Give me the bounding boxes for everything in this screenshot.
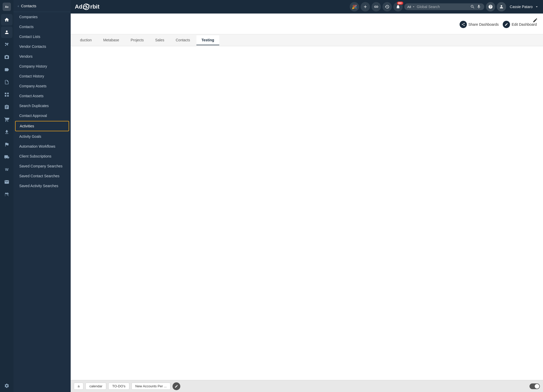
bottom-tab-todos[interactable]: TO-DO's xyxy=(108,383,129,390)
sidebar-item-company-assets[interactable]: Company Assets xyxy=(15,81,69,91)
nav-icon-document[interactable] xyxy=(1,76,12,88)
sidebar-item-activity-goals[interactable]: Activity Goals xyxy=(15,132,69,141)
tabs-bar: duction Metabase Projects Sales Contacts… xyxy=(71,34,543,46)
help-icon-btn[interactable] xyxy=(486,2,495,11)
global-search-input[interactable] xyxy=(417,5,469,9)
bottom-edit-btn[interactable] xyxy=(173,382,180,390)
sidebar-item-vendors[interactable]: Vendors xyxy=(15,52,69,61)
nav-icon-flag[interactable] xyxy=(1,139,12,150)
nav-icon-grid[interactable] xyxy=(1,89,12,100)
logo-text-ad: Ad xyxy=(75,3,82,10)
sidebar-item-contact-assets[interactable]: Contact Assets xyxy=(15,91,69,101)
nav-icon-camera[interactable] xyxy=(1,51,12,63)
content-header-actions: Share Dashboards Edit Dashboard xyxy=(460,20,537,28)
sidebar-item-companies[interactable]: Companies xyxy=(15,12,69,22)
main-area: Ad rbit 🎉 xyxy=(71,0,543,392)
link-icon-btn[interactable] xyxy=(372,2,381,11)
tab-production[interactable]: duction xyxy=(75,35,97,45)
nav-icon-settings[interactable] xyxy=(1,380,12,391)
tab-sales[interactable]: Sales xyxy=(150,35,169,45)
nav-icon-cart[interactable] xyxy=(1,114,12,125)
global-search-container[interactable]: All xyxy=(404,3,484,10)
nav-icon-flow[interactable] xyxy=(1,189,12,200)
share-icon-circle xyxy=(460,21,467,28)
user-name-area[interactable]: Cassie Pataro xyxy=(510,5,539,9)
logo-orbit-icon xyxy=(83,3,90,10)
share-dashboards-btn[interactable]: Share Dashboards xyxy=(460,21,499,28)
sidebar-logo-mini: Ao xyxy=(3,3,11,11)
nav-icon-home[interactable] xyxy=(1,14,12,25)
tab-testing[interactable]: Testing xyxy=(196,35,220,45)
sidebar-item-company-history[interactable]: Company History xyxy=(15,62,69,71)
user-name: Cassie Pataro xyxy=(510,5,533,9)
top-header: Ad rbit 🎉 xyxy=(71,0,543,14)
edit-icon-circle xyxy=(503,21,510,28)
search-filter-dropdown[interactable]: All xyxy=(407,5,415,9)
sidebar-header[interactable]: ‹ Contacts xyxy=(14,0,71,12)
dashboard-actions: Share Dashboards Edit Dashboard xyxy=(460,21,537,28)
logo-area: Ao xyxy=(0,0,14,14)
sidebar-item-contacts[interactable]: Contacts xyxy=(15,22,69,31)
header-icons: 🎉 99+ All xyxy=(350,2,539,11)
nav-icon-word[interactable]: W xyxy=(1,164,12,175)
back-arrow-icon[interactable]: ‹ xyxy=(18,4,19,8)
add-icon-btn[interactable] xyxy=(361,2,370,11)
bottom-bar: a calendar TO-DO's New Accounts Per ... xyxy=(71,380,543,392)
user-avatar-btn[interactable] xyxy=(497,2,506,11)
bottom-tab-calendar[interactable]: calendar xyxy=(85,383,106,390)
nav-icon-tag[interactable] xyxy=(1,64,12,75)
icon-sidebar: Ao W xyxy=(0,0,14,392)
history-icon-btn[interactable] xyxy=(382,2,392,11)
main-content-area xyxy=(71,46,543,380)
bottom-tab-new-accounts[interactable]: New Accounts Per ... xyxy=(131,383,171,390)
nav-icon-truck[interactable] xyxy=(1,151,12,163)
secondary-sidebar: ‹ Contacts Companies Contacts Contact Li… xyxy=(14,0,71,392)
logo-text-rbit: rbit xyxy=(90,3,99,10)
nav-icon-download[interactable] xyxy=(1,126,12,138)
microphone-icon[interactable] xyxy=(476,4,481,9)
sidebar-item-contact-history[interactable]: Contact History xyxy=(15,71,69,81)
sidebar-item-contact-lists[interactable]: Contact Lists xyxy=(15,32,69,41)
bottom-toggle[interactable] xyxy=(529,383,540,389)
nav-icon-handshake[interactable] xyxy=(1,39,12,50)
bottom-tab-a[interactable]: a xyxy=(74,383,83,390)
edit-dashboard-btn[interactable]: Edit Dashboard xyxy=(503,21,537,28)
svg-point-2 xyxy=(85,6,87,8)
sidebar-section-title: Contacts xyxy=(21,4,36,8)
sidebar-item-vendor-contacts[interactable]: Vendor Contacts xyxy=(15,42,69,51)
app-logo: Ad rbit xyxy=(75,3,100,10)
nav-icon-contacts[interactable] xyxy=(1,27,12,38)
sidebar-item-saved-contact-searches[interactable]: Saved Contact Searches xyxy=(15,171,69,181)
sidebar-item-saved-company-searches[interactable]: Saved Company Searches xyxy=(15,161,69,171)
sidebar-item-activities[interactable]: Activities xyxy=(15,121,69,131)
tab-metabase[interactable]: Metabase xyxy=(98,35,124,45)
pencil-icon xyxy=(533,18,538,23)
search-icon xyxy=(470,4,475,9)
sidebar-item-contact-approval[interactable]: Contact Approval xyxy=(15,111,69,120)
content-header: Share Dashboards Edit Dashboard xyxy=(71,14,543,34)
nav-icon-clipboard[interactable] xyxy=(1,101,12,113)
edit-pencil-btn[interactable] xyxy=(533,18,538,23)
tab-projects[interactable]: Projects xyxy=(125,35,149,45)
celebrate-icon-btn[interactable]: 🎉 xyxy=(350,2,359,11)
user-dropdown-icon xyxy=(535,5,539,9)
notifications-icon-btn[interactable]: 99+ xyxy=(393,2,403,11)
tab-contacts[interactable]: Contacts xyxy=(170,35,195,45)
bottom-pencil-icon xyxy=(175,384,178,388)
sidebar-item-saved-activity-searches[interactable]: Saved Activity Searches xyxy=(15,181,69,191)
sidebar-item-automation-workflows[interactable]: Automation Workflows xyxy=(15,142,69,151)
nav-icon-mail[interactable] xyxy=(1,176,12,188)
notification-count: 99+ xyxy=(397,2,403,5)
sidebar-item-search-duplicates[interactable]: Search Duplicates xyxy=(15,101,69,110)
sidebar-item-client-subscriptions[interactable]: Client Subscriptions xyxy=(15,152,69,161)
